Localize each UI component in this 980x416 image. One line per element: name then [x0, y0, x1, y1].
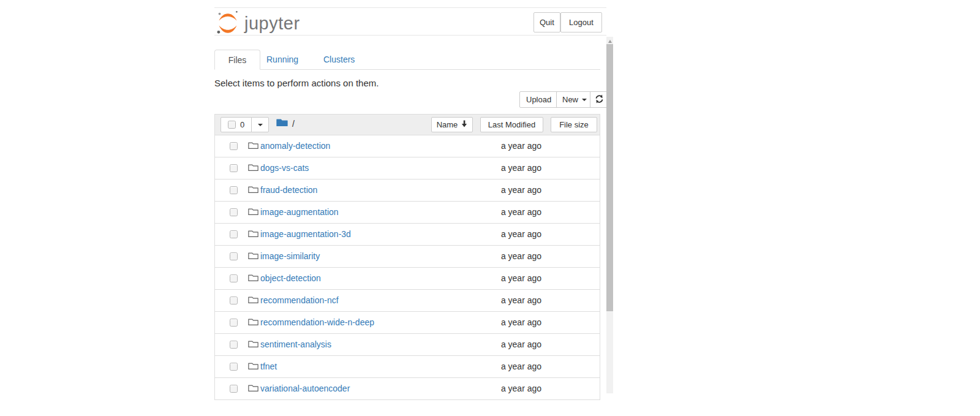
folder-link[interactable]: anomaly-detection — [260, 141, 330, 151]
file-row: image-similarity a year ago — [215, 245, 600, 267]
select-dropdown-button[interactable] — [251, 117, 269, 132]
folder-link[interactable]: image-augmentation-3d — [260, 229, 351, 239]
file-row: sentiment-analysis a year ago — [215, 333, 600, 355]
chevron-down-icon — [582, 99, 587, 101]
row-checkbox[interactable] — [230, 341, 238, 349]
scrollbar-track[interactable] — [606, 37, 613, 393]
folder-link[interactable]: sentiment-analysis — [260, 339, 331, 349]
refresh-icon — [595, 94, 604, 105]
file-row: fraud-detection a year ago — [215, 179, 600, 201]
sort-size-button[interactable]: File size — [551, 117, 597, 132]
new-dropdown-label: New — [562, 95, 578, 104]
folder-outline-icon — [248, 163, 258, 175]
file-listing: 0 / Name — [214, 114, 600, 400]
folder-outline-icon — [248, 207, 258, 219]
last-modified: a year ago — [472, 384, 570, 393]
refresh-button[interactable] — [590, 91, 608, 108]
row-checkbox[interactable] — [230, 208, 238, 216]
folder-outline-icon — [248, 251, 258, 263]
file-row: tfnet a year ago — [215, 355, 600, 377]
file-row: recommendation-wide-n-deep a year ago — [215, 311, 600, 333]
folder-outline-icon — [248, 295, 258, 307]
file-row: dogs-vs-cats a year ago — [215, 157, 600, 179]
last-modified: a year ago — [472, 295, 570, 305]
new-dropdown-button[interactable]: New — [556, 91, 593, 108]
row-checkbox[interactable] — [230, 164, 238, 172]
folder-link[interactable]: variational-autoencoder — [260, 384, 350, 393]
row-checkbox[interactable] — [230, 297, 238, 304]
tab-clusters[interactable]: Clusters — [323, 50, 355, 69]
folder-outline-icon — [248, 229, 258, 241]
list-header: 0 / Name — [215, 115, 600, 135]
jupyter-logo[interactable]: jupyter — [216, 9, 300, 37]
last-modified: a year ago — [472, 163, 570, 173]
top-divider — [214, 7, 606, 8]
select-all-button[interactable]: 0 — [221, 117, 252, 132]
sort-name-button[interactable]: Name — [431, 117, 473, 132]
folder-link[interactable]: recommendation-ncf — [260, 295, 339, 305]
last-modified: a year ago — [472, 251, 570, 261]
logo-text: jupyter — [244, 11, 300, 36]
jupyter-logo-icon — [216, 9, 240, 37]
row-checkbox[interactable] — [230, 363, 238, 371]
folder-outline-icon — [248, 273, 258, 285]
breadcrumb-path: / — [292, 119, 295, 129]
last-modified: a year ago — [472, 273, 570, 283]
folder-icon — [276, 118, 288, 129]
folder-link[interactable]: object-detection — [260, 273, 321, 283]
last-modified: a year ago — [472, 361, 570, 371]
row-checkbox[interactable] — [230, 230, 238, 238]
file-row: object-detection a year ago — [215, 267, 600, 289]
last-modified: a year ago — [472, 229, 570, 239]
folder-link[interactable]: recommendation-wide-n-deep — [260, 317, 374, 327]
selected-count: 0 — [240, 120, 244, 129]
row-checkbox[interactable] — [230, 274, 238, 282]
logout-button[interactable]: Logout — [560, 12, 602, 32]
folder-link[interactable]: image-augmentation — [260, 207, 339, 217]
row-checkbox[interactable] — [230, 252, 238, 260]
last-modified: a year ago — [472, 141, 570, 151]
row-checkbox[interactable] — [230, 319, 238, 327]
folder-link[interactable]: image-similarity — [260, 251, 320, 261]
header-divider — [214, 35, 606, 36]
file-row: image-augmentation-3d a year ago — [215, 223, 600, 245]
file-row: recommendation-ncf a year ago — [215, 289, 600, 311]
sort-modified-button[interactable]: Last Modified — [480, 117, 543, 132]
file-row: variational-autoencoder a year ago — [215, 377, 600, 399]
folder-outline-icon — [248, 317, 258, 329]
file-row: anomaly-detection a year ago — [215, 135, 600, 157]
folder-link[interactable]: dogs-vs-cats — [260, 163, 309, 173]
folder-link[interactable]: tfnet — [260, 361, 277, 371]
tab-running[interactable]: Running — [266, 50, 298, 69]
quit-button[interactable]: Quit — [533, 12, 560, 32]
tabbar-border — [214, 69, 600, 70]
breadcrumb[interactable]: / — [276, 118, 295, 129]
folder-outline-icon — [248, 141, 258, 153]
row-checkbox[interactable] — [230, 186, 238, 194]
tab-files[interactable]: Files — [214, 50, 260, 70]
file-row: image-augmentation a year ago — [215, 201, 600, 223]
folder-outline-icon — [248, 361, 258, 373]
last-modified: a year ago — [472, 207, 570, 217]
upload-button[interactable]: Upload — [519, 91, 558, 108]
folder-outline-icon — [248, 384, 258, 395]
last-modified: a year ago — [472, 185, 570, 195]
arrow-down-icon — [461, 120, 467, 129]
row-checkbox[interactable] — [230, 385, 238, 393]
row-checkbox[interactable] — [230, 142, 238, 150]
scrollbar-thumb[interactable] — [606, 44, 613, 311]
chevron-down-icon — [258, 124, 263, 126]
scrollbar-up-arrow[interactable] — [606, 38, 613, 44]
select-all-checkbox[interactable] — [228, 121, 236, 129]
triangle-up-icon — [608, 40, 612, 43]
sort-name-label: Name — [437, 120, 458, 129]
folder-link[interactable]: fraud-detection — [260, 185, 317, 195]
last-modified: a year ago — [472, 317, 570, 327]
jupyter-file-browser: jupyter Quit Logout Files Running Cluste… — [0, 0, 980, 416]
folder-outline-icon — [248, 185, 258, 197]
selection-hint: Select items to perform actions on them. — [214, 78, 379, 88]
last-modified: a year ago — [472, 339, 570, 349]
folder-outline-icon — [248, 339, 258, 351]
